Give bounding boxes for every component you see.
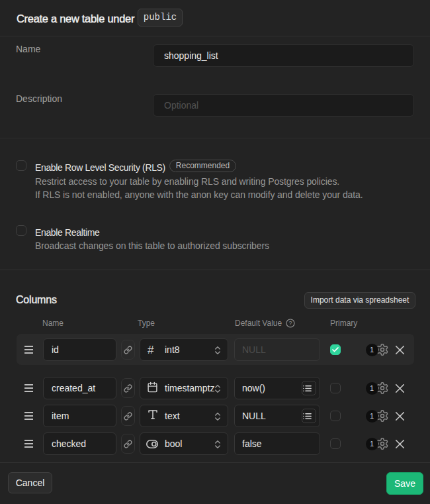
svg-text:?: ? — [288, 320, 292, 327]
